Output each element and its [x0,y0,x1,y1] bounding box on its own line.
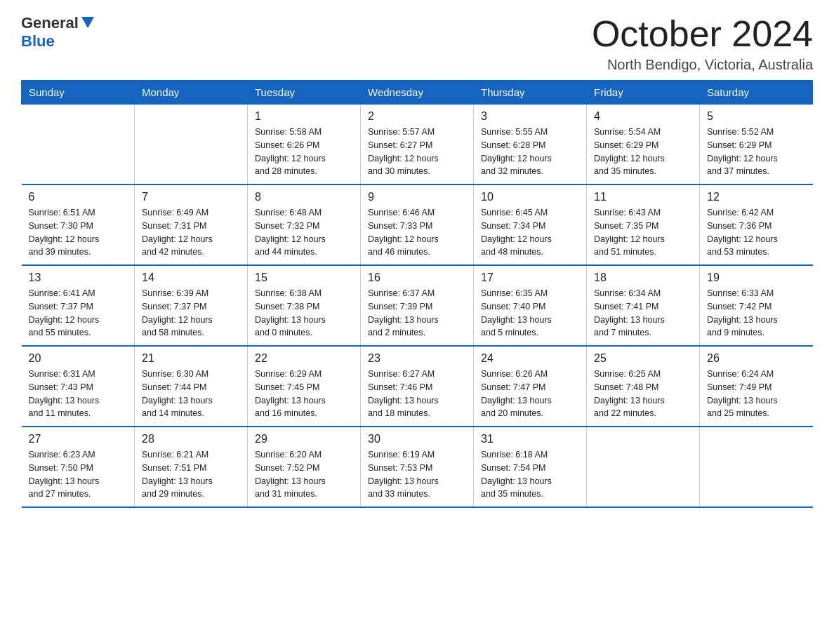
day-number: 5 [707,110,806,123]
day-cell: 15Sunrise: 6:38 AM Sunset: 7:38 PM Dayli… [248,265,361,346]
day-cell: 5Sunrise: 5:52 AM Sunset: 6:29 PM Daylig… [700,105,813,185]
calendar-header-row: SundayMondayTuesdayWednesdayThursdayFrid… [22,81,813,105]
day-number: 18 [594,271,692,284]
day-number: 9 [368,191,466,203]
day-number: 14 [142,271,240,284]
header-thursday: Thursday [474,81,587,105]
day-info: Sunrise: 5:54 AM Sunset: 6:29 PM Dayligh… [594,126,692,178]
header-saturday: Saturday [700,81,813,105]
day-cell [700,427,813,507]
day-number: 25 [594,352,692,365]
day-cell: 8Sunrise: 6:48 AM Sunset: 7:32 PM Daylig… [248,185,361,265]
day-cell: 31Sunrise: 6:18 AM Sunset: 7:54 PM Dayli… [474,427,587,507]
day-info: Sunrise: 6:38 AM Sunset: 7:38 PM Dayligh… [255,287,353,340]
day-cell: 23Sunrise: 6:27 AM Sunset: 7:46 PM Dayli… [361,346,474,427]
day-number: 1 [255,110,353,123]
day-number: 11 [594,191,692,203]
header-friday: Friday [587,81,700,105]
day-info: Sunrise: 6:26 AM Sunset: 7:47 PM Dayligh… [481,368,579,420]
day-number: 4 [594,110,692,123]
day-cell: 9Sunrise: 6:46 AM Sunset: 7:33 PM Daylig… [361,185,474,265]
day-number: 22 [255,352,353,365]
logo-triangle-icon [80,15,95,29]
day-cell: 6Sunrise: 6:51 AM Sunset: 7:30 PM Daylig… [22,185,135,265]
day-number: 29 [255,433,353,445]
day-cell: 10Sunrise: 6:45 AM Sunset: 7:34 PM Dayli… [474,185,587,265]
day-info: Sunrise: 6:19 AM Sunset: 7:53 PM Dayligh… [368,448,466,501]
day-info: Sunrise: 5:58 AM Sunset: 6:26 PM Dayligh… [255,126,353,178]
day-cell: 13Sunrise: 6:41 AM Sunset: 7:37 PM Dayli… [22,265,135,346]
day-info: Sunrise: 6:33 AM Sunset: 7:42 PM Dayligh… [707,287,806,340]
week-row-2: 6Sunrise: 6:51 AM Sunset: 7:30 PM Daylig… [22,185,813,265]
day-number: 26 [707,352,806,365]
day-cell: 2Sunrise: 5:57 AM Sunset: 6:27 PM Daylig… [361,105,474,185]
day-cell: 21Sunrise: 6:30 AM Sunset: 7:44 PM Dayli… [135,346,248,427]
week-row-4: 20Sunrise: 6:31 AM Sunset: 7:43 PM Dayli… [22,346,813,427]
day-info: Sunrise: 6:29 AM Sunset: 7:45 PM Dayligh… [255,368,353,420]
day-info: Sunrise: 5:55 AM Sunset: 6:28 PM Dayligh… [481,126,579,178]
day-number: 17 [481,271,579,284]
day-number: 3 [481,110,579,123]
day-info: Sunrise: 6:30 AM Sunset: 7:44 PM Dayligh… [142,368,240,420]
day-cell: 3Sunrise: 5:55 AM Sunset: 6:28 PM Daylig… [474,105,587,185]
day-info: Sunrise: 6:27 AM Sunset: 7:46 PM Dayligh… [368,368,466,420]
day-info: Sunrise: 6:35 AM Sunset: 7:40 PM Dayligh… [481,287,579,340]
day-number: 21 [142,352,240,365]
month-title: October 2024 [592,14,813,54]
day-number: 2 [368,110,466,123]
day-info: Sunrise: 6:42 AM Sunset: 7:36 PM Dayligh… [707,206,806,259]
day-cell: 16Sunrise: 6:37 AM Sunset: 7:39 PM Dayli… [361,265,474,346]
day-info: Sunrise: 6:41 AM Sunset: 7:37 PM Dayligh… [29,287,128,340]
day-cell: 7Sunrise: 6:49 AM Sunset: 7:31 PM Daylig… [135,185,248,265]
day-info: Sunrise: 6:45 AM Sunset: 7:34 PM Dayligh… [481,206,579,259]
day-number: 13 [29,271,128,284]
day-info: Sunrise: 6:37 AM Sunset: 7:39 PM Dayligh… [368,287,466,340]
svg-marker-0 [81,17,94,28]
day-cell: 29Sunrise: 6:20 AM Sunset: 7:52 PM Dayli… [248,427,361,507]
logo: General Blue [21,14,95,51]
day-number: 15 [255,271,353,284]
day-info: Sunrise: 6:24 AM Sunset: 7:49 PM Dayligh… [707,368,806,420]
day-cell: 19Sunrise: 6:33 AM Sunset: 7:42 PM Dayli… [700,265,813,346]
day-cell [22,105,135,185]
logo-blue: Blue [21,32,55,50]
day-number: 16 [368,271,466,284]
day-number: 28 [142,433,240,445]
day-number: 10 [481,191,579,203]
day-cell: 14Sunrise: 6:39 AM Sunset: 7:37 PM Dayli… [135,265,248,346]
day-number: 6 [29,191,128,203]
header-wednesday: Wednesday [361,81,474,105]
day-cell: 24Sunrise: 6:26 AM Sunset: 7:47 PM Dayli… [474,346,587,427]
day-cell: 17Sunrise: 6:35 AM Sunset: 7:40 PM Dayli… [474,265,587,346]
week-row-5: 27Sunrise: 6:23 AM Sunset: 7:50 PM Dayli… [22,427,813,507]
header-monday: Monday [135,81,248,105]
day-cell: 18Sunrise: 6:34 AM Sunset: 7:41 PM Dayli… [587,265,700,346]
day-cell: 1Sunrise: 5:58 AM Sunset: 6:26 PM Daylig… [248,105,361,185]
day-cell: 28Sunrise: 6:21 AM Sunset: 7:51 PM Dayli… [135,427,248,507]
day-info: Sunrise: 6:18 AM Sunset: 7:54 PM Dayligh… [481,448,579,501]
day-cell: 27Sunrise: 6:23 AM Sunset: 7:50 PM Dayli… [22,427,135,507]
day-cell: 4Sunrise: 5:54 AM Sunset: 6:29 PM Daylig… [587,105,700,185]
day-number: 19 [707,271,806,284]
title-section: October 2024 North Bendigo, Victoria, Au… [592,14,813,73]
day-number: 23 [368,352,466,365]
day-info: Sunrise: 6:43 AM Sunset: 7:35 PM Dayligh… [594,206,692,259]
day-number: 24 [481,352,579,365]
day-cell: 26Sunrise: 6:24 AM Sunset: 7:49 PM Dayli… [700,346,813,427]
page-header: General Blue October 2024 North Bendigo,… [21,14,813,73]
day-info: Sunrise: 6:31 AM Sunset: 7:43 PM Dayligh… [29,368,128,420]
day-info: Sunrise: 6:20 AM Sunset: 7:52 PM Dayligh… [255,448,353,501]
logo-general: General [21,14,79,32]
day-number: 12 [707,191,806,203]
day-cell: 30Sunrise: 6:19 AM Sunset: 7:53 PM Dayli… [361,427,474,507]
day-number: 27 [29,433,128,445]
location-title: North Bendigo, Victoria, Australia [592,57,813,73]
day-info: Sunrise: 6:49 AM Sunset: 7:31 PM Dayligh… [142,206,240,259]
day-number: 20 [29,352,128,365]
day-cell: 12Sunrise: 6:42 AM Sunset: 7:36 PM Dayli… [700,185,813,265]
day-number: 7 [142,191,240,203]
day-info: Sunrise: 6:25 AM Sunset: 7:48 PM Dayligh… [594,368,692,420]
week-row-1: 1Sunrise: 5:58 AM Sunset: 6:26 PM Daylig… [22,105,813,185]
day-cell: 20Sunrise: 6:31 AM Sunset: 7:43 PM Dayli… [22,346,135,427]
day-info: Sunrise: 6:48 AM Sunset: 7:32 PM Dayligh… [255,206,353,259]
